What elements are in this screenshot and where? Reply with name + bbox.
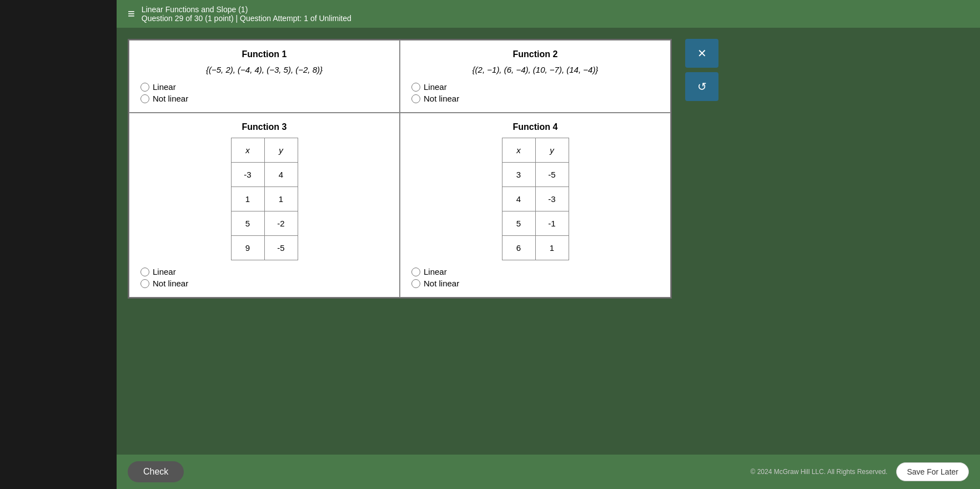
function2-options: Linear Not linear (411, 82, 659, 103)
left-sidebar (0, 0, 117, 489)
function3-col-x: x (231, 138, 264, 163)
function1-notlinear-label: Not linear (153, 94, 188, 103)
hamburger-icon[interactable]: ≡ (128, 7, 135, 21)
function3-cell: Function 3 x y -3 4 (129, 113, 400, 298)
save-for-later-button[interactable]: Save For Later (896, 462, 969, 481)
close-button[interactable]: ✕ (685, 39, 718, 68)
function3-col-y: y (264, 138, 298, 163)
f3-r3-y: -2 (264, 211, 298, 236)
table-row: -3 4 (231, 163, 298, 187)
table-row: 4 -3 (502, 187, 569, 211)
function2-linear-option[interactable]: Linear (411, 82, 659, 92)
table-row: 1 1 (231, 187, 298, 211)
function1-options: Linear Not linear (140, 82, 388, 103)
function4-linear-label: Linear (424, 267, 447, 276)
copyright-text: © 2024 McGraw Hill LLC. All Rights Reser… (750, 468, 887, 476)
function4-notlinear-radio[interactable] (411, 279, 420, 288)
function2-cell: Function 2 {(2, −1), (6, −4), (10, −7), … (400, 40, 671, 113)
function1-linear-option[interactable]: Linear (140, 82, 388, 92)
function1-linear-label: Linear (153, 82, 176, 92)
function4-cell: Function 4 x y 3 -5 (400, 113, 671, 298)
table-row: 5 -1 (502, 211, 569, 236)
function3-linear-label: Linear (153, 267, 176, 276)
function3-notlinear-radio[interactable] (140, 279, 149, 288)
function3-options: Linear Not linear (140, 267, 388, 288)
content-area: Function 1 {(−5, 2), (−4, 4), (−3, 5), (… (117, 28, 980, 455)
f3-r1-x: -3 (231, 163, 264, 187)
function3-linear-radio[interactable] (140, 268, 149, 276)
table-row: 3 -5 (502, 163, 569, 187)
f4-r1-x: 3 (502, 163, 535, 187)
function2-linear-radio[interactable] (411, 83, 420, 92)
function4-table: x y 3 -5 4 -3 (502, 138, 569, 260)
function4-linear-option[interactable]: Linear (411, 267, 659, 276)
f3-r3-x: 5 (231, 211, 264, 236)
f4-r2-y: -3 (535, 187, 569, 211)
function2-notlinear-option[interactable]: Not linear (411, 94, 659, 103)
table-row: 6 1 (502, 236, 569, 260)
function1-linear-radio[interactable] (140, 83, 149, 92)
question-card: Function 1 {(−5, 2), (−4, 4), (−3, 5), (… (128, 39, 672, 299)
function3-notlinear-label: Not linear (153, 279, 188, 288)
top-functions-row: Function 1 {(−5, 2), (−4, 4), (−3, 5), (… (129, 40, 671, 113)
section-title: Linear Functions and Slope (1) (142, 5, 351, 14)
f4-r3-y: -1 (535, 211, 569, 236)
bottom-functions-row: Function 3 x y -3 4 (129, 113, 671, 298)
function2-title: Function 2 (411, 49, 659, 59)
function1-title: Function 1 (140, 49, 388, 59)
main-content: ≡ Linear Functions and Slope (1) Questio… (117, 0, 980, 489)
f4-r4-x: 6 (502, 236, 535, 260)
function2-notlinear-label: Not linear (424, 94, 459, 103)
f3-r4-x: 9 (231, 236, 264, 260)
function4-linear-radio[interactable] (411, 268, 420, 276)
function4-col-y: y (535, 138, 569, 163)
f4-r3-x: 5 (502, 211, 535, 236)
undo-button[interactable]: ↺ (685, 72, 718, 101)
f4-r1-y: -5 (535, 163, 569, 187)
f3-r2-x: 1 (231, 187, 264, 211)
function4-notlinear-option[interactable]: Not linear (411, 279, 659, 288)
table-row: 5 -2 (231, 211, 298, 236)
function2-notlinear-radio[interactable] (411, 94, 420, 103)
function4-title: Function 4 (411, 122, 659, 132)
function3-notlinear-option[interactable]: Not linear (140, 279, 388, 288)
footer-right: © 2024 McGraw Hill LLC. All Rights Reser… (750, 462, 969, 481)
action-buttons: ✕ ↺ (685, 39, 718, 101)
top-bar: ≡ Linear Functions and Slope (1) Questio… (117, 0, 980, 28)
f4-r2-x: 4 (502, 187, 535, 211)
function2-linear-label: Linear (424, 82, 447, 92)
bottom-bar: Check © 2024 McGraw Hill LLC. All Rights… (117, 455, 980, 489)
check-button[interactable]: Check (128, 461, 184, 482)
f3-r1-y: 4 (264, 163, 298, 187)
table-row: 9 -5 (231, 236, 298, 260)
function1-data: {(−5, 2), (−4, 4), (−3, 5), (−2, 8)} (140, 65, 388, 74)
f3-r2-y: 1 (264, 187, 298, 211)
f4-r4-y: 1 (535, 236, 569, 260)
f3-r4-y: -5 (264, 236, 298, 260)
function1-notlinear-option[interactable]: Not linear (140, 94, 388, 103)
function3-title: Function 3 (140, 122, 388, 132)
function1-cell: Function 1 {(−5, 2), (−4, 4), (−3, 5), (… (129, 40, 400, 113)
function2-data: {(2, −1), (6, −4), (10, −7), (14, −4)} (411, 65, 659, 74)
function3-linear-option[interactable]: Linear (140, 267, 388, 276)
question-info: Question 29 of 30 (1 point) | Question A… (142, 14, 351, 23)
function1-notlinear-radio[interactable] (140, 94, 149, 103)
function4-options: Linear Not linear (411, 267, 659, 288)
function3-table: x y -3 4 1 1 (231, 138, 298, 260)
function4-col-x: x (502, 138, 535, 163)
function4-notlinear-label: Not linear (424, 279, 459, 288)
